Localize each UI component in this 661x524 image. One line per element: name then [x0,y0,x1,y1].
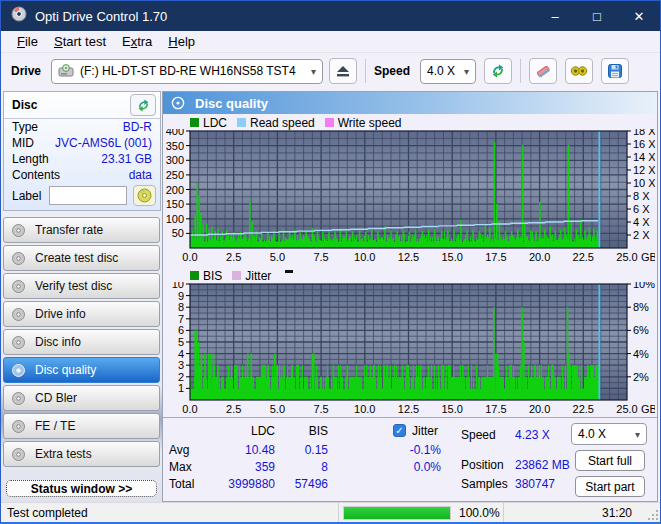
speed-select[interactable]: 4.0 X ▾ [420,59,476,84]
speed-value: 4.0 X [427,64,455,78]
svg-text:20.0: 20.0 [529,403,550,415]
menu-bar: File Start test Extra Help [1,31,660,53]
disc-panel-title: Disc [12,98,37,112]
menu-file[interactable]: File [9,32,46,51]
sidebar-item-label: FE / TE [35,419,75,433]
sidebar-item-label: Transfer rate [35,223,103,237]
speed-stat-value: 4.23 X [515,428,550,442]
disc-label-label: Label [12,189,41,203]
svg-text:9: 9 [178,290,184,302]
sidebar-item-disc-quality[interactable]: Disc quality [3,357,160,383]
app-disc-icon [11,6,27,26]
disc-info-panel: Disc Type BD-R MID JVC-AMS6L (001) Lengt… [3,91,161,211]
resize-grip[interactable] [648,503,660,522]
svg-text:10 X: 10 X [633,177,655,189]
refresh-button[interactable] [484,58,512,84]
bis-legend-label: BIS [203,269,222,283]
svg-text:GB: GB [641,403,655,415]
svg-text:10: 10 [172,282,184,290]
elapsed-time: 31:20 [504,506,648,520]
svg-text:5.0: 5.0 [270,251,285,263]
menu-extra[interactable]: Extra [114,32,160,51]
disc-icon [171,96,185,110]
sidebar-item-label: Verify test disc [35,279,112,293]
svg-text:17.5: 17.5 [485,403,506,415]
svg-text:5: 5 [178,336,184,348]
svg-text:16 X: 16 X [633,138,655,150]
sidebar-item-transfer-rate[interactable]: Transfer rate [3,217,160,243]
jitter-checkbox[interactable]: ✓ [393,424,406,437]
sidebar-item-extra-tests[interactable]: Extra tests [3,441,160,467]
ldc-legend-swatch [190,118,199,127]
svg-text:8%: 8% [633,301,649,313]
svg-text:10.0: 10.0 [354,403,375,415]
svg-text:6 X: 6 X [633,203,650,215]
total-row-label: Total [169,477,194,491]
minimize-button[interactable]: – [534,1,576,31]
disc-contents-label: Contents [12,168,60,182]
close-button[interactable]: ✕ [618,1,660,31]
toolbar-separator [520,59,521,83]
disc-icon [11,335,26,350]
disc-length-value: 23.31 GB [101,152,152,166]
start-full-button[interactable]: Start full [575,450,645,471]
disc-label-row: Label [4,183,160,210]
menu-help[interactable]: Help [160,32,203,51]
write-speed-legend-swatch [325,118,334,127]
max-row-label: Max [169,460,192,474]
chevron-down-icon: ▾ [629,429,640,440]
bis-legend-swatch [190,271,199,280]
sidebar-item-label: Create test disc [35,251,118,265]
jitter-legend-swatch [232,271,241,280]
sidebar-item-label: CD Bler [35,391,77,405]
save-button[interactable] [601,58,629,84]
jitter-column-header: Jitter [412,424,438,438]
maximize-button[interactable]: □ [576,1,618,31]
svg-text:7.5: 7.5 [313,251,328,263]
svg-text:14 X: 14 X [633,151,655,163]
disc-icon [11,391,26,406]
disc-refresh-button[interactable] [130,94,156,116]
disc-label-button[interactable] [133,185,156,206]
sidebar-item-label: Extra tests [35,447,92,461]
svg-text:22.5: 22.5 [573,251,594,263]
sidebar-item-label: Drive info [35,307,86,321]
disc-quality-panel: Disc quality LDC Read speed Write speed … [162,91,658,502]
svg-text:0.0: 0.0 [182,251,197,263]
svg-text:25.0: 25.0 [616,251,637,263]
write-speed-legend-label: Write speed [338,116,402,130]
svg-text:4 X: 4 X [633,216,650,228]
disc-type-label: Type [12,120,38,134]
svg-text:15.0: 15.0 [441,251,462,263]
sidebar-item-disc-info[interactable]: Disc info [3,329,160,355]
svg-text:150: 150 [166,198,184,210]
sidebar-item-drive-info[interactable]: Drive info [3,301,160,327]
jitter-indicator-mark [285,270,293,273]
ldc-chart: 501001502002503003504002 X4 X6 X8 X10 X1… [163,129,657,265]
eject-button[interactable] [329,58,357,84]
samples-stat-value: 380747 [515,477,555,491]
sidebar-item-create-test-disc[interactable]: Create test disc [3,245,160,271]
drive-select[interactable]: (F:) HL-DT-ST BD-RE WH16NS58 TST4 ▾ [51,59,323,84]
quality-speed-select[interactable]: 4.0 X ▾ [571,423,647,445]
erase-button[interactable] [529,58,557,84]
sidebar-nav: Transfer rate Create test disc Verify te… [1,216,162,468]
total-bis-value: 57496 [278,477,328,491]
menu-start-test[interactable]: Start test [46,32,114,51]
disc-icon [11,447,26,462]
chevron-down-icon: ▾ [458,66,469,77]
binoculars-button[interactable] [565,58,593,84]
svg-text:20.0: 20.0 [529,251,550,263]
svg-text:12.5: 12.5 [398,403,419,415]
sidebar-item-verify-test-disc[interactable]: Verify test disc [3,273,160,299]
disc-label-input[interactable] [49,186,127,205]
drive-value: (F:) HL-DT-ST BD-RE WH16NS58 TST4 [80,64,296,78]
status-window-button[interactable]: Status window >> [6,480,157,497]
disc-contents-row: Contents data [4,167,160,183]
start-part-button[interactable]: Start part [575,476,645,497]
sidebar-item-fe-te[interactable]: FE / TE [3,413,160,439]
svg-text:4%: 4% [633,348,649,360]
sidebar-item-cd-bler[interactable]: CD Bler [3,385,160,411]
disc-mid-row: MID JVC-AMS6L (001) [4,135,160,151]
svg-text:12 X: 12 X [633,164,655,176]
